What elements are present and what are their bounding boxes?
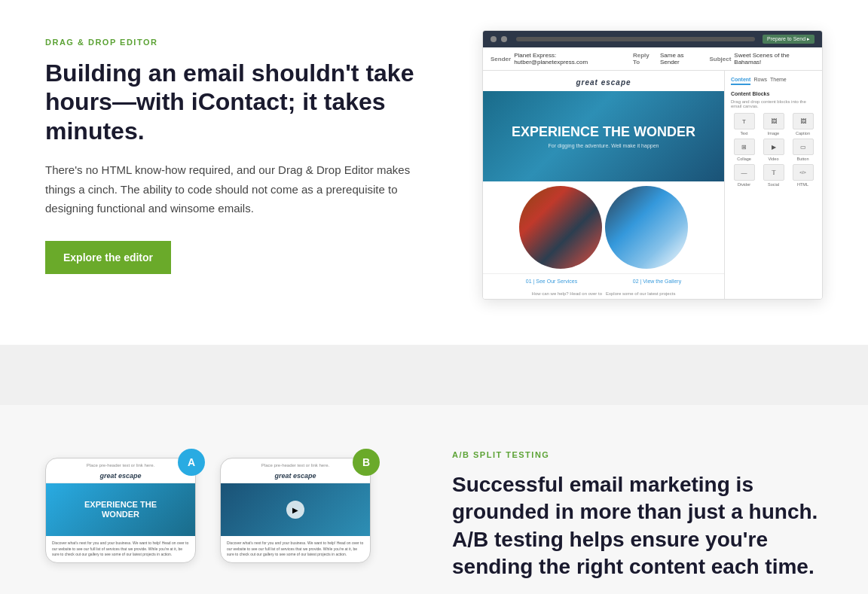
email-hero-section: EXPERIENCE THE WONDER For digging the ad… — [483, 91, 724, 181]
block-button[interactable]: ▭ Button — [790, 139, 816, 161]
block-button-label: Button — [797, 157, 809, 161]
sidebar-tab-content[interactable]: Content — [731, 77, 750, 85]
phone-logo-b: great escape — [221, 469, 370, 483]
phone-frame-a: Place pre-header text or link here. grea… — [45, 458, 196, 563]
phone-mockup-b: B Place pre-header text or link here. gr… — [220, 458, 371, 563]
gallery-image-2 — [605, 186, 688, 269]
phone-hero-b: ▶ — [221, 483, 370, 536]
block-image[interactable]: 🖼 Image — [760, 113, 787, 136]
phone-preheader-a: Place pre-header text or link here. — [46, 458, 195, 469]
block-collage[interactable]: ⊞ Collage — [731, 139, 757, 161]
block-html-icon: </> — [793, 164, 814, 181]
block-caption-icon: 🖼 — [793, 113, 814, 129]
editor-mockup: Prepare to Send ▸ Sender Planet Express:… — [482, 30, 823, 300]
email-hero-text: EXPERIENCE THE WONDER — [512, 124, 695, 141]
topbar-action-btn[interactable]: Prepare to Send ▸ — [763, 35, 815, 44]
description-text: There's no HTML know-how required, and o… — [45, 160, 437, 218]
block-social-label: Social — [768, 182, 779, 187]
block-collage-icon: ⊞ — [734, 139, 755, 155]
email-gallery — [483, 181, 724, 273]
explore-editor-button[interactable]: Explore the editor — [45, 241, 171, 274]
sender-field: Sender Planet Express: hutber@planetexpr… — [491, 52, 627, 65]
phone-body-text-a: Discover what's next for you and your bu… — [46, 536, 195, 562]
block-collage-label: Collage — [737, 157, 751, 161]
editor-canvas: great escape EXPERIENCE THE WONDER For d… — [483, 71, 724, 299]
block-video-icon: ▶ — [763, 139, 784, 155]
ab-heading: Successful email marketing is grounded i… — [452, 471, 823, 581]
block-video-label: Video — [769, 157, 779, 161]
editor-mockup-container: Prepare to Send ▸ Sender Planet Express:… — [482, 30, 823, 300]
subject-field: Subject Sweet Scenes of the Bahamas! — [709, 52, 815, 65]
email-hero-sub: For digging the adventure. Well make it … — [512, 143, 695, 148]
block-html-label: HTML — [797, 182, 808, 187]
bottom-section: A Place pre-header text or link here. gr… — [0, 405, 868, 594]
block-social-icon: 𝕋 — [763, 164, 784, 181]
sidebar-section-title: Content Blocks — [731, 91, 816, 96]
block-button-icon: ▭ — [793, 139, 814, 155]
badge-a: A — [178, 449, 205, 476]
phone-mockup-a: A Place pre-header text or link here. gr… — [45, 458, 196, 563]
block-divider-icon: — — [734, 164, 755, 181]
replyto-field: Reply To Same as Sender — [633, 52, 703, 65]
section-label: DRAG & DROP EDITOR — [45, 38, 437, 47]
block-html[interactable]: </> HTML — [790, 164, 816, 187]
block-text-icon: T — [734, 113, 755, 129]
editor-sidebar: Content Rows Theme Content Blocks Drag a… — [724, 71, 822, 299]
gallery-image-1 — [519, 186, 602, 269]
sidebar-tabs: Content Rows Theme — [731, 77, 816, 85]
block-image-icon: 🖼 — [763, 113, 784, 129]
topbar-urlbar[interactable] — [516, 37, 755, 41]
main-heading: Building an email shouldn't take hours—w… — [45, 59, 437, 145]
ab-section-label: A/B SPLIT TESTING — [452, 450, 823, 459]
editor-toolbar: Sender Planet Express: hutber@planetexpr… — [483, 47, 822, 71]
phone-frame-b: Place pre-header text or link here. grea… — [220, 458, 371, 563]
top-left-content: DRAG & DROP EDITOR Building an email sho… — [45, 30, 437, 274]
email-footer: How can we help? Head on over to Explore… — [529, 288, 679, 299]
topbar-dot-2 — [501, 36, 507, 42]
block-caption[interactable]: 🖼 Caption — [790, 113, 816, 136]
play-button-icon[interactable]: ▶ — [286, 501, 304, 519]
block-image-label: Image — [768, 131, 779, 136]
phone-body-text-b: Discover what's next for you and your bu… — [221, 536, 370, 562]
topbar-dot-1 — [491, 36, 497, 42]
phone-logo-a: great escape — [46, 469, 195, 483]
phone-mockups-container: A Place pre-header text or link here. gr… — [45, 450, 407, 563]
ab-content: A/B SPLIT TESTING Successful email marke… — [452, 450, 823, 594]
cta-link-1[interactable]: 01 | See Our Services — [526, 279, 577, 284]
content-blocks-grid: T Text 🖼 Image 🖼 Caption ⊞ — [731, 113, 816, 187]
cta-link-2[interactable]: 02 | View the Gallery — [633, 279, 681, 284]
sidebar-tab-rows[interactable]: Rows — [753, 77, 767, 85]
block-video[interactable]: ▶ Video — [760, 139, 787, 161]
top-section: DRAG & DROP EDITOR Building an email sho… — [0, 0, 868, 345]
email-logo: great escape — [483, 71, 724, 91]
sidebar-tab-theme[interactable]: Theme — [770, 77, 787, 85]
block-caption-label: Caption — [796, 131, 810, 136]
editor-body: great escape EXPERIENCE THE WONDER For d… — [483, 71, 822, 299]
phone-preheader-b: Place pre-header text or link here. — [221, 458, 370, 469]
block-text[interactable]: T Text — [731, 113, 757, 136]
block-text-label: Text — [740, 131, 747, 136]
phone-hero-text-a: EXPERIENCE THE WONDER — [84, 500, 157, 519]
badge-b: B — [353, 449, 380, 476]
phone-hero-a: EXPERIENCE THE WONDER — [46, 483, 195, 536]
editor-topbar: Prepare to Send ▸ — [483, 31, 822, 47]
email-cta-row: 01 | See Our Services 02 | View the Gall… — [483, 273, 724, 288]
block-divider[interactable]: — Divider — [731, 164, 757, 187]
block-social[interactable]: 𝕋 Social — [760, 164, 787, 187]
block-divider-label: Divider — [738, 182, 750, 187]
sidebar-section-sub: Drag and drop content blocks into the em… — [731, 99, 816, 108]
section-divider — [0, 345, 868, 405]
